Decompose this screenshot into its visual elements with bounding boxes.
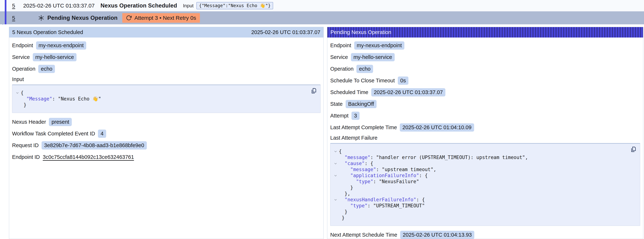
code-line: "nexusHandlerFailureInfo": {: [332, 197, 625, 203]
code-text: {: [339, 148, 342, 154]
code-text: {: [21, 90, 24, 96]
event-detail-panel-timestamp: 2025-02-26 UTC 01:03:37.07: [251, 29, 320, 35]
collapse-chevron-icon[interactable]: [332, 198, 339, 202]
event-detail-fields-bottom: Nexus HeaderpresentWorkflow Task Complet…: [12, 118, 320, 162]
field-value-chip: 2025-02-26 UTC 01:04:13.93: [400, 231, 474, 239]
pending-event-title: Pending Nexus Operation: [48, 15, 118, 21]
event-detail-fields-top: Endpointmy-nexus-endpointServicemy-hello…: [12, 41, 320, 73]
code-line: "cause": {: [332, 160, 625, 166]
code-line: },: [332, 191, 625, 197]
collapse-chevron-icon[interactable]: [332, 162, 339, 166]
code-text: "message": "upstream timeout",: [339, 166, 436, 172]
field-label: Next Attempt Schedule Time: [330, 232, 397, 238]
code-line: "Message": "Nexus Echo 👋": [14, 96, 306, 102]
workflow-event-history-view: 5 2025-02-26 UTC 01:03:37.07 Nexus Opera…: [0, 0, 644, 239]
field-value-chip: 2025-02-26 UTC 01:04:10.09: [400, 123, 474, 132]
field-value-link[interactable]: 3c0c75ccfa8144b092c13ce632463761: [43, 154, 134, 160]
code-line: "message": "upstream timeout",: [332, 166, 625, 172]
code-line: }: [14, 102, 306, 108]
field-value-chip: 2025-02-26 UTC 01:03:37.07: [371, 88, 446, 96]
field-row: Servicemy-hello-service: [330, 53, 640, 62]
field-label: Service: [330, 54, 348, 60]
field-label: Endpoint: [330, 42, 351, 48]
retry-attempt-badge: Attempt 3 • Next Retry 0s: [122, 13, 200, 23]
code-text: "type": "UPSTREAM_TIMEOUT": [339, 203, 425, 209]
copy-input-button[interactable]: [310, 88, 317, 94]
field-value-chip: my-nexus-endpoint: [354, 41, 404, 50]
code-line: "message": "handler error (UPSTREAM_TIME…: [332, 154, 625, 160]
pending-operation-fields-top: Endpointmy-nexus-endpointServicemy-hello…: [330, 41, 640, 132]
field-label: Operation: [330, 66, 354, 72]
copy-failure-button[interactable]: [630, 146, 637, 153]
field-row: Attempt3: [330, 112, 640, 120]
field-label: Schedule To Close Timeout: [330, 78, 395, 84]
field-row: Operationecho: [330, 64, 640, 73]
field-label: Endpoint: [12, 42, 33, 48]
field-value-chip: BackingOff: [346, 100, 376, 108]
pending-event-id-link[interactable]: 5: [12, 15, 15, 21]
code-line: {: [332, 148, 625, 154]
code-line: }: [332, 185, 625, 191]
field-row: Servicemy-hello-service: [12, 53, 320, 62]
field-row: Scheduled Time2025-02-26 UTC 01:03:37.07: [330, 88, 640, 96]
code-line: {: [14, 90, 306, 96]
field-value-chip: my-hello-service: [33, 53, 76, 61]
pending-operation-panel-header: Pending Nexus Operation: [327, 27, 643, 38]
field-value-chip: echo: [38, 65, 55, 73]
field-value-chip: echo: [356, 65, 373, 73]
field-row: Next Attempt Schedule Time2025-02-26 UTC…: [330, 230, 640, 239]
code-line: "type": "UPSTREAM_TIMEOUT": [332, 203, 625, 209]
field-label: State: [330, 101, 343, 107]
field-row: Schedule To Close Timeout0s: [330, 76, 640, 85]
field-label: Last Attempt Complete Time: [330, 124, 397, 130]
code-text: "cause": {: [339, 160, 373, 166]
field-row: Operationecho: [12, 64, 320, 73]
collapse-chevron-icon[interactable]: [332, 150, 339, 153]
event-title: Nexus Operation Scheduled: [100, 2, 177, 9]
field-label: Attempt: [330, 113, 348, 119]
code-text: "Message": "Nexus Echo 👋": [21, 96, 101, 102]
code-text: }: [339, 215, 344, 221]
event-id-link[interactable]: 5: [12, 2, 15, 9]
event-detail-panel-title: 5 Nexus Operation Scheduled: [12, 29, 83, 35]
code-text: }: [339, 185, 353, 191]
input-code-block: {"Message": "Nexus Echo 👋"}: [12, 84, 320, 113]
pending-operation-panel: Pending Nexus Operation Endpointmy-nexus…: [327, 27, 643, 239]
collapse-chevron-icon[interactable]: [14, 91, 21, 95]
input-inline-chip: {"Message":"Nexus Echo 👋"}: [196, 2, 273, 9]
event-row-pending[interactable]: 5 Pending Nexus Operation Attempt 3 • Ne…: [0, 11, 644, 24]
field-value-chip: present: [49, 118, 72, 126]
field-label: Operation: [12, 66, 35, 72]
retry-icon: [126, 15, 132, 21]
field-value-chip: my-hello-service: [351, 53, 395, 61]
field-row: Last Attempt Complete Time2025-02-26 UTC…: [330, 123, 640, 132]
code-line: "applicationFailureInfo": {: [332, 172, 625, 178]
field-row: StateBackingOff: [330, 100, 640, 108]
code-text: }: [339, 209, 348, 215]
code-text: }: [21, 102, 26, 108]
copy-icon: [630, 146, 636, 152]
code-line: }: [332, 209, 625, 215]
timeline-active-bar: [5, 0, 6, 24]
event-row-scheduled[interactable]: 5 2025-02-26 UTC 01:03:37.07 Nexus Opera…: [0, 0, 644, 11]
field-label: Nexus Header: [12, 119, 46, 125]
code-line: "type": "NexusFailure": [332, 178, 625, 185]
input-section-label: Input: [12, 76, 320, 82]
event-detail-panel: 5 Nexus Operation Scheduled 2025-02-26 U…: [9, 27, 324, 239]
failure-section-label: Last Attempt Failure: [330, 135, 640, 141]
code-text: },: [339, 191, 350, 197]
field-label: Scheduled Time: [330, 89, 368, 95]
collapse-chevron-icon[interactable]: [332, 174, 339, 178]
event-timestamp: 2025-02-26 UTC 01:03:37.07: [23, 2, 95, 9]
field-value-chip: 0s: [398, 76, 408, 85]
pending-operation-fields-bottom: Next Attempt Schedule Time2025-02-26 UTC…: [330, 230, 640, 239]
field-value-chip: 3: [352, 112, 360, 120]
field-label: Request ID: [12, 142, 39, 148]
code-text: "nexusHandlerFailureInfo": {: [339, 197, 425, 203]
field-value-chip: my-nexus-endpoint: [36, 41, 86, 50]
copy-icon: [311, 88, 317, 94]
field-label: Service: [12, 54, 30, 60]
pending-operation-panel-title: Pending Nexus Operation: [330, 29, 391, 35]
code-text: "message": "handler error (UPSTREAM_TIME…: [339, 154, 528, 160]
event-detail-panel-header: 5 Nexus Operation Scheduled 2025-02-26 U…: [9, 27, 324, 38]
